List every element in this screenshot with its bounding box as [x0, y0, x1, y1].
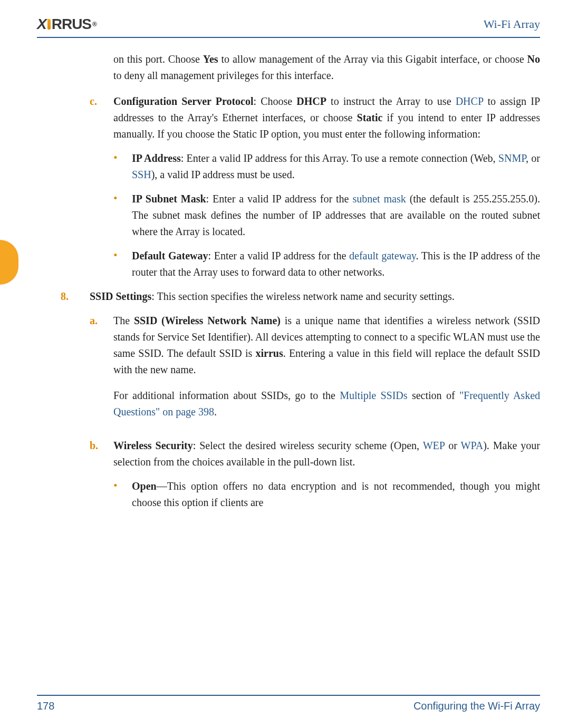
header-title: Wi-Fi Array [484, 17, 540, 31]
logo: XRRUS® [37, 16, 97, 33]
bullet-icon: • [113, 478, 132, 511]
page-footer: 178 Configuring the Wi-Fi Array [37, 695, 540, 712]
bullet-list-c: • IP Address: Enter a valid IP address f… [113, 150, 540, 280]
sub-marker-c: c. [90, 93, 113, 142]
num-marker-8: 8. [61, 288, 90, 305]
page-number: 178 [37, 700, 54, 712]
sub-body-b: Wireless Security: Select the desired wi… [113, 438, 540, 470]
page-header: XRRUS® Wi-Fi Array [37, 16, 540, 38]
sub-item-b: b. Wireless Security: Select the desired… [90, 438, 540, 470]
footer-title: Configuring the Wi-Fi Array [413, 700, 540, 712]
sub-item-c: c. Configuration Server Protocol: Choose… [90, 93, 540, 142]
link-snmp[interactable]: SNMP [498, 152, 526, 164]
side-tab [0, 240, 18, 285]
bullet-icon: • [113, 150, 132, 183]
link-wpa[interactable]: WPA [461, 440, 484, 451]
sub-marker-a: a. [90, 313, 113, 430]
bullet-list-b: • Open—This option offers no data encryp… [113, 478, 540, 511]
sub-item-a: a. The SSID (Wireless Network Name) is a… [90, 313, 540, 430]
content-body: on this port. Choose Yes to allow manage… [37, 51, 540, 511]
link-multiple-ssids[interactable]: Multiple SSIDs [340, 390, 407, 401]
link-default-gateway[interactable]: default gateway [349, 250, 416, 261]
numbered-item-8: 8. SSID Settings: This section specifies… [61, 288, 540, 305]
sub-body-a: The SSID (Wireless Network Name) is a un… [113, 313, 540, 430]
bullet-subnet-mask: • IP Subnet Mask: Enter a valid IP addre… [113, 191, 540, 240]
sub-body-c: Configuration Server Protocol: Choose DH… [113, 93, 540, 142]
logo-text: XRRUS® [37, 16, 97, 33]
link-ssh[interactable]: SSH [132, 169, 151, 180]
sub-marker-b: b. [90, 438, 113, 470]
bullet-ip-address: • IP Address: Enter a valid IP address f… [113, 150, 540, 183]
bullet-default-gateway: • Default Gateway: Enter a valid IP addr… [113, 248, 540, 280]
link-dhcp[interactable]: DHCP [456, 95, 484, 107]
bullet-icon: • [113, 248, 132, 280]
bullet-icon: • [113, 191, 132, 240]
intro-paragraph: on this port. Choose Yes to allow manage… [113, 51, 540, 84]
bullet-open: • Open—This option offers no data encryp… [113, 478, 540, 511]
link-wep[interactable]: WEP [423, 440, 445, 451]
link-subnet-mask[interactable]: subnet mask [352, 193, 406, 205]
